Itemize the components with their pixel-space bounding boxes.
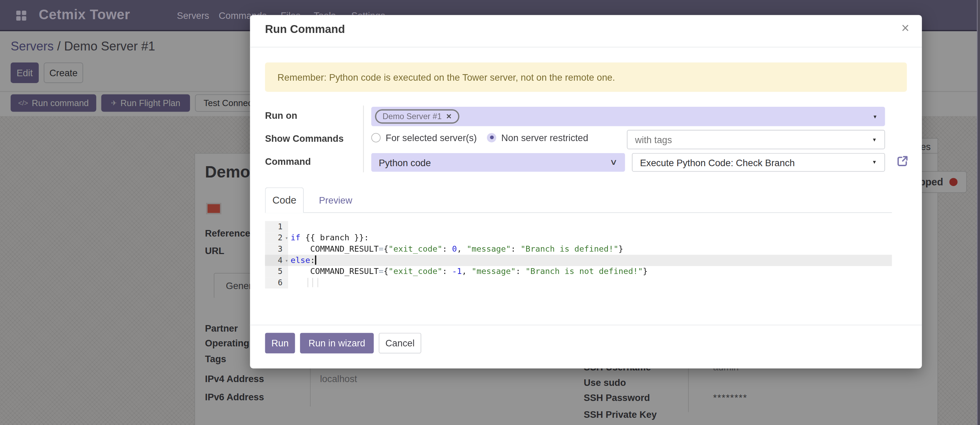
- tabs-divider: [265, 212, 892, 213]
- tags-select[interactable]: with tags ▼: [627, 130, 885, 149]
- radio-for-selected-label: For selected server(s): [385, 132, 477, 143]
- run-on-label: Run on: [265, 110, 297, 121]
- line-number: 5: [265, 266, 288, 278]
- app-window: Cetmix Tower Servers Commands Files Tool…: [0, 0, 980, 425]
- text-cursor: [315, 255, 317, 265]
- scrollbar-strip[interactable]: [977, 0, 980, 425]
- modal-header-divider: [250, 47, 922, 48]
- code-line-text: COMMAND_RESULT={"exit_code": -1, "messag…: [291, 266, 648, 278]
- radio-off-icon[interactable]: [371, 133, 380, 142]
- tab-preview[interactable]: Preview: [311, 187, 360, 213]
- line-number: 1: [265, 221, 288, 232]
- tags-select-placeholder: with tags: [635, 134, 672, 145]
- warning-alert: Remember: Python code is executed on the…: [265, 62, 907, 92]
- code-line-text: COMMAND_RESULT={"exit_code": 0, "message…: [291, 243, 623, 255]
- grid-square: [22, 16, 27, 21]
- radio-non-restricted-label: Non server restricted: [501, 132, 588, 143]
- run-button[interactable]: Run: [265, 333, 295, 353]
- caret-down-icon: ▼: [872, 160, 877, 165]
- close-icon[interactable]: ×: [901, 21, 909, 35]
- code-line-text: [291, 278, 318, 289]
- command-type-value: Python code: [379, 157, 431, 168]
- cancel-button[interactable]: Cancel: [379, 333, 421, 353]
- tab-code[interactable]: Code: [265, 187, 304, 213]
- code-line[interactable]: 5 COMMAND_RESULT={"exit_code": -1, "mess…: [265, 266, 892, 278]
- line-number: 3: [265, 243, 288, 255]
- fold-arrow-icon[interactable]: ▾: [285, 255, 288, 267]
- show-commands-label: Show Commands: [265, 133, 344, 143]
- code-line[interactable]: 2▾if {{ branch }}:: [265, 232, 892, 244]
- grid-square: [16, 16, 21, 21]
- screenshot-stage: Cetmix Tower Servers Commands Files Tool…: [0, 0, 980, 425]
- warning-text: Remember: Python code is executed on the…: [278, 72, 615, 82]
- external-link-icon[interactable]: [896, 155, 908, 167]
- topbar-menu-servers[interactable]: Servers: [177, 10, 209, 21]
- code-line[interactable]: 4▾else:: [265, 255, 892, 266]
- indent-guides-icon: [307, 278, 318, 287]
- caret-down-icon: ▼: [872, 136, 877, 142]
- modal-footer-divider: [250, 325, 922, 325]
- line-number: 4▾: [265, 255, 288, 266]
- fold-arrow-icon[interactable]: ▾: [285, 233, 288, 244]
- chevron-down-icon: ∨: [610, 157, 618, 167]
- form-label-divider: [363, 105, 364, 172]
- command-label: Command: [265, 156, 311, 167]
- app-brand[interactable]: Cetmix Tower: [39, 7, 130, 23]
- code-line[interactable]: 6: [265, 278, 892, 289]
- radio-on-icon[interactable]: [487, 133, 496, 142]
- apps-grid-icon[interactable]: [16, 11, 27, 21]
- run-command-modal: Run Command × Remember: Python code is e…: [250, 15, 922, 368]
- server-tag[interactable]: Demo Server #1 ✕: [375, 109, 459, 124]
- run-on-input[interactable]: Demo Server #1 ✕ ▼: [371, 107, 885, 126]
- command-type-select[interactable]: Python code ∨: [371, 153, 625, 172]
- code-editor-lines: 12▾if {{ branch }}:3 COMMAND_RESULT={"ex…: [265, 221, 892, 289]
- remove-tag-icon[interactable]: ✕: [446, 112, 452, 121]
- radio-non-server-restricted[interactable]: Non server restricted: [487, 130, 588, 145]
- grid-square: [16, 11, 21, 15]
- radio-for-selected-servers[interactable]: For selected server(s): [371, 130, 477, 145]
- run-in-wizard-button[interactable]: Run in wizard: [300, 333, 374, 353]
- code-line[interactable]: 1: [265, 221, 892, 232]
- code-line-text: else:: [291, 255, 317, 266]
- command-select[interactable]: Execute Python Code: Check Branch ▼: [632, 153, 885, 172]
- server-tag-label: Demo Server #1: [382, 112, 442, 121]
- line-number: 6: [265, 278, 288, 289]
- command-value: Execute Python Code: Check Branch: [640, 157, 795, 168]
- code-line-text: if {{ branch }}:: [291, 232, 369, 244]
- line-number: 2▾: [265, 232, 288, 244]
- modal-title: Run Command: [265, 23, 345, 36]
- caret-down-icon[interactable]: ▼: [872, 114, 877, 119]
- code-line[interactable]: 3 COMMAND_RESULT={"exit_code": 0, "messa…: [265, 243, 892, 255]
- code-editor[interactable]: 12▾if {{ branch }}:3 COMMAND_RESULT={"ex…: [265, 221, 892, 289]
- grid-square: [22, 11, 27, 15]
